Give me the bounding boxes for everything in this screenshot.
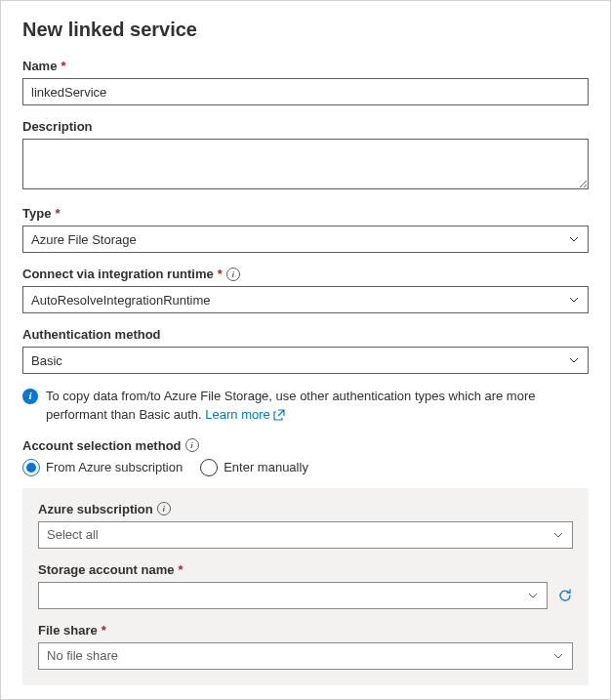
required-indicator: *	[178, 562, 183, 577]
name-input[interactable]	[22, 78, 589, 105]
account-selection-radios: From Azure subscription Enter manually	[22, 459, 589, 476]
subscription-label: Azure subscription i	[38, 502, 573, 516]
info-icon[interactable]: i	[226, 268, 240, 281]
file-share-select[interactable]: No file share	[38, 642, 573, 670]
required-indicator: *	[55, 206, 60, 221]
auth-method-field: Authentication method Basic	[22, 327, 589, 374]
runtime-label: Connect via integration runtime * i	[22, 267, 589, 281]
chevron-down-icon	[552, 650, 564, 662]
chevron-down-icon	[568, 233, 580, 245]
info-banner: i To copy data from/to Azure File Storag…	[22, 388, 589, 425]
required-indicator: *	[218, 267, 223, 281]
radio-icon	[22, 459, 40, 476]
runtime-select[interactable]: AutoResolveIntegrationRuntime	[22, 286, 589, 313]
type-field: Type * Azure File Storage	[22, 206, 589, 253]
description-label: Description	[22, 119, 589, 134]
auth-method-select[interactable]: Basic	[22, 347, 589, 374]
storage-account-select[interactable]	[38, 582, 548, 609]
subscription-select[interactable]: Select all	[38, 521, 573, 549]
file-share-label: File share *	[38, 623, 573, 638]
chevron-down-icon	[527, 590, 539, 601]
external-link-icon	[273, 409, 285, 421]
new-linked-service-panel: New linked service Name * Description Ty…	[0, 0, 611, 700]
type-label: Type *	[22, 206, 589, 221]
chevron-down-icon	[552, 529, 564, 541]
name-label: Name *	[22, 59, 589, 73]
chevron-down-icon	[568, 294, 580, 306]
panel-title: New linked service	[22, 19, 589, 41]
info-icon[interactable]: i	[157, 502, 171, 515]
subscription-field: Azure subscription i Select all	[38, 502, 573, 549]
learn-more-link[interactable]: Learn more	[205, 406, 284, 425]
refresh-icon[interactable]	[557, 588, 573, 603]
chevron-down-icon	[568, 354, 580, 366]
auth-method-label: Authentication method	[22, 327, 589, 342]
info-icon[interactable]: i	[185, 438, 199, 452]
file-share-field: File share * No file share	[38, 623, 573, 670]
required-indicator: *	[102, 623, 106, 638]
runtime-field: Connect via integration runtime * i Auto…	[22, 267, 589, 313]
required-indicator: *	[61, 59, 65, 73]
storage-account-field: Storage account name *	[38, 562, 573, 609]
account-selection-label: Account selection method i	[22, 438, 589, 453]
account-selection-field: Account selection method i From Azure su…	[22, 438, 589, 476]
description-field: Description	[22, 119, 589, 192]
type-select[interactable]: Azure File Storage	[22, 226, 589, 253]
info-filled-icon: i	[22, 389, 38, 404]
subscription-sub-panel: Azure subscription i Select all Storage …	[22, 488, 589, 685]
description-textarea[interactable]	[22, 139, 589, 189]
radio-from-subscription[interactable]: From Azure subscription	[22, 459, 183, 476]
radio-enter-manually[interactable]: Enter manually	[200, 459, 308, 476]
radio-icon	[200, 459, 218, 476]
name-field: Name *	[22, 59, 589, 105]
storage-account-label: Storage account name *	[38, 562, 573, 577]
